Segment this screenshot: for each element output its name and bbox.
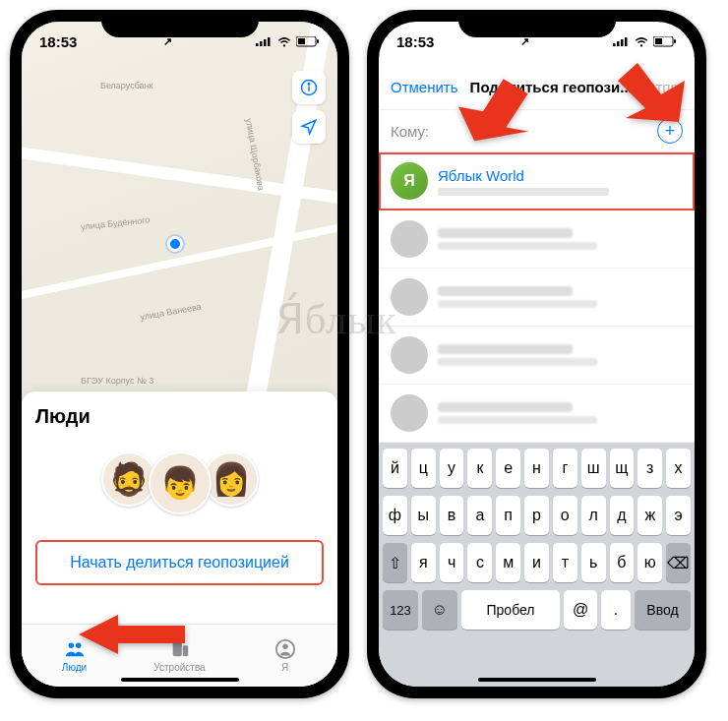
map-locate-button[interactable] xyxy=(292,110,326,144)
navbar: Отменить Поделиться геопози... Отпр. xyxy=(379,65,695,110)
key-м[interactable]: м xyxy=(496,543,520,582)
home-indicator[interactable] xyxy=(121,678,239,682)
key-с[interactable]: с xyxy=(467,543,492,582)
key-л[interactable]: л xyxy=(581,496,606,535)
key-и[interactable]: и xyxy=(524,543,549,582)
key-ж[interactable]: ж xyxy=(637,496,662,535)
svg-rect-22 xyxy=(655,38,662,44)
svg-rect-17 xyxy=(613,43,616,46)
key-я[interactable]: я xyxy=(411,543,436,582)
key-щ[interactable]: щ xyxy=(610,449,635,488)
avatar xyxy=(391,394,428,432)
status-right xyxy=(256,36,320,47)
key-д[interactable]: д xyxy=(610,496,635,535)
start-sharing-button[interactable]: Начать делиться геопозицией xyxy=(35,540,324,585)
me-icon xyxy=(273,638,297,660)
key-ф[interactable]: ф xyxy=(383,496,407,535)
key-э[interactable]: э xyxy=(666,496,691,535)
wifi-icon xyxy=(276,36,292,47)
add-contact-button[interactable]: + xyxy=(657,118,683,144)
key-at[interactable]: @ xyxy=(564,590,597,630)
notch xyxy=(458,10,616,37)
people-sheet[interactable]: Люди 🧔 👦 👩 Начать делиться геопозицией Л… xyxy=(22,391,337,687)
key-ь[interactable]: ь xyxy=(581,543,606,582)
avatar xyxy=(391,162,428,200)
key-ы[interactable]: ы xyxy=(411,496,436,535)
key-з[interactable]: з xyxy=(637,449,662,488)
key-у[interactable]: у xyxy=(440,449,464,488)
svg-rect-18 xyxy=(617,41,620,46)
memoji-1: 🧔 xyxy=(101,451,156,507)
home-indicator[interactable] xyxy=(478,678,596,682)
cancel-button[interactable]: Отменить xyxy=(391,79,458,95)
key-123[interactable]: 123 xyxy=(383,590,418,630)
contact-row[interactable] xyxy=(379,327,695,385)
key-в[interactable]: в xyxy=(440,496,464,535)
screen-right: 18:53 ↗ Отменить Поделиться геопози... О… xyxy=(379,22,695,687)
key-о[interactable]: о xyxy=(553,496,577,535)
tab-people-label: Люди xyxy=(62,662,87,673)
status-right xyxy=(613,36,677,47)
svg-rect-4 xyxy=(260,41,263,46)
map[interactable]: Беларусбанк улица Будённого улица Ванеев… xyxy=(22,22,337,425)
memoji-group: 🧔 👦 👩 xyxy=(35,451,324,514)
nav-title: Поделиться геопози... xyxy=(458,79,644,95)
tab-me[interactable]: Я xyxy=(232,625,337,687)
key-г[interactable]: г xyxy=(553,449,577,488)
contact-row[interactable] xyxy=(379,385,695,443)
contact-detail xyxy=(438,242,597,250)
key-emoji[interactable]: ☺ xyxy=(422,590,457,630)
signal-icon xyxy=(613,36,630,47)
key-ч[interactable]: ч xyxy=(440,543,464,582)
svg-rect-5 xyxy=(264,39,267,46)
avatar xyxy=(391,278,428,316)
key-enter[interactable]: Ввод xyxy=(635,590,691,630)
key-н[interactable]: н xyxy=(524,449,549,488)
phone-left: Беларусбанк улица Будённого улица Ванеев… xyxy=(10,10,349,698)
map-street-2: улица Ванеева xyxy=(140,302,203,323)
contact-name xyxy=(438,402,573,412)
key-й[interactable]: й xyxy=(383,449,407,488)
key-х[interactable]: х xyxy=(666,449,691,488)
key-п[interactable]: п xyxy=(496,496,520,535)
key-delete[interactable]: ⌫ xyxy=(666,543,691,582)
to-input[interactable] xyxy=(435,123,651,140)
key-р[interactable]: р xyxy=(524,496,549,535)
svg-point-10 xyxy=(68,643,74,649)
svg-rect-6 xyxy=(268,37,271,46)
svg-rect-8 xyxy=(298,38,305,44)
tab-people[interactable]: Люди xyxy=(22,625,127,687)
key-shift[interactable]: ⇧ xyxy=(383,543,407,582)
devices-icon xyxy=(168,638,192,660)
key-т[interactable]: т xyxy=(553,543,577,582)
svg-point-15 xyxy=(282,644,288,650)
svg-rect-3 xyxy=(256,43,259,46)
contact-row[interactable]: Яблык World xyxy=(379,152,695,210)
contact-detail xyxy=(438,188,609,196)
key-а[interactable]: а xyxy=(467,496,492,535)
send-button[interactable]: Отпр. xyxy=(644,79,683,95)
map-info-button[interactable] xyxy=(292,71,326,104)
key-ц[interactable]: ц xyxy=(411,449,436,488)
wifi-icon xyxy=(634,36,649,47)
svg-point-2 xyxy=(308,84,310,86)
screen-left: Беларусбанк улица Будённого улица Ванеев… xyxy=(22,22,337,687)
tab-me-label: Я xyxy=(281,662,288,673)
to-label: Кому: xyxy=(391,123,429,140)
contact-row[interactable] xyxy=(379,269,695,327)
key-ю[interactable]: ю xyxy=(637,543,662,582)
key-б[interactable]: б xyxy=(610,543,635,582)
plus-icon: + xyxy=(665,122,676,140)
key-space[interactable]: Пробел xyxy=(461,590,560,630)
key-е[interactable]: е xyxy=(496,449,520,488)
keyboard[interactable]: йцукенгшщзх фывапролджэ ⇧ячсмитьбю⌫ 123 … xyxy=(379,443,695,687)
svg-rect-9 xyxy=(317,39,319,43)
status-time: 18:53 xyxy=(396,33,434,50)
key-dot[interactable]: . xyxy=(601,590,631,630)
key-к[interactable]: к xyxy=(467,449,492,488)
contact-row[interactable] xyxy=(379,210,695,269)
key-ш[interactable]: ш xyxy=(581,449,606,488)
status-time: 18:53 xyxy=(39,33,77,50)
contact-detail xyxy=(438,416,597,424)
phone-right: 18:53 ↗ Отменить Поделиться геопози... О… xyxy=(367,10,706,698)
